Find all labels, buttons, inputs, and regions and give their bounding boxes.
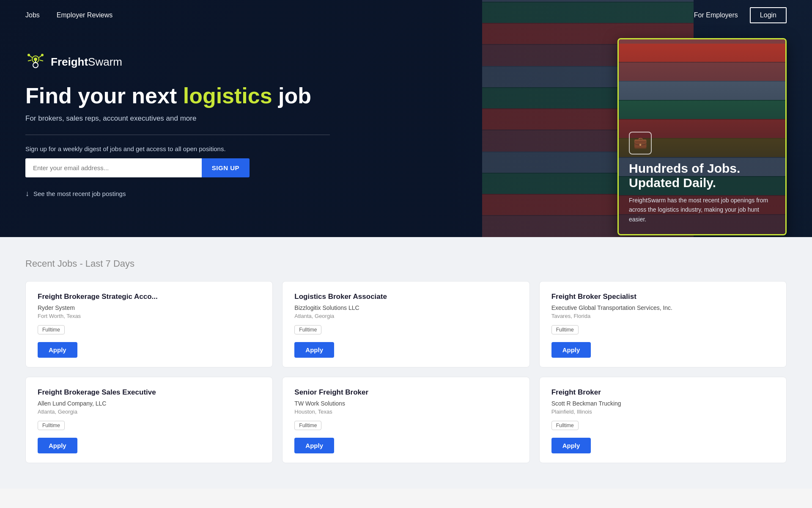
hero-headline: Find your next logistics job [25, 84, 330, 108]
job-company: Ryder System [38, 304, 261, 311]
svg-point-9 [41, 54, 44, 56]
briefcase-icon: 💼 [629, 132, 652, 155]
email-input[interactable] [25, 158, 202, 177]
hero-subheading: For brokers, sales reps, account executi… [25, 114, 330, 123]
svg-line-5 [40, 60, 43, 61]
apply-button[interactable]: Apply [294, 438, 334, 453]
job-title: Freight Broker Specialist [551, 293, 774, 301]
navbar: Jobs Employer Reviews For Employers Logi… [0, 0, 812, 30]
jobs-grid: Freight Brokerage Strategic Acco... Ryde… [25, 281, 787, 463]
apply-button[interactable]: Apply [551, 438, 591, 453]
nav-employer-reviews[interactable]: Employer Reviews [57, 11, 112, 19]
apply-button[interactable]: Apply [38, 438, 77, 453]
svg-point-6 [33, 63, 38, 68]
section-title: Recent Jobs - Last 7 Days [25, 258, 787, 269]
svg-line-4 [28, 60, 31, 61]
job-company: Allen Lund Company, LLC [38, 400, 261, 407]
signup-button[interactable]: SIGN UP [202, 158, 250, 177]
job-title: Senior Freight Broker [294, 388, 517, 397]
card-body: FreightSwarm has the most recent job ope… [629, 196, 775, 224]
job-title: Freight Brokerage Sales Executive [38, 388, 261, 397]
job-card: Logistics Broker Associate Bizzlogitix S… [282, 281, 529, 367]
svg-point-1 [34, 58, 37, 61]
job-location: Atlanta, Georgia [38, 409, 261, 415]
job-company: TW Work Solutions [294, 400, 517, 407]
job-location: Houston, Texas [294, 409, 517, 415]
apply-button[interactable]: Apply [294, 342, 334, 358]
job-location: Fort Worth, Texas [38, 313, 261, 319]
hero-content: FreightSwarm Find your next logistics jo… [25, 52, 330, 198]
arrow-down-icon: ↓ [25, 189, 29, 198]
see-jobs-label: See the most recent job postings [33, 190, 126, 197]
card-content: 💼 Hundreds of Jobs. Updated Daily. Freig… [619, 121, 785, 234]
job-card: Freight Brokerage Sales Executive Allen … [25, 377, 273, 463]
job-card: Freight Broker Scott R Beckman Trucking … [539, 377, 787, 463]
apply-button[interactable]: Apply [38, 342, 77, 358]
nav-jobs[interactable]: Jobs [25, 11, 40, 19]
job-type-badge: Fulltime [551, 325, 579, 334]
job-type-badge: Fulltime [294, 325, 321, 334]
logo-light: Swarm [88, 55, 122, 68]
headline-prefix: Find your next [25, 83, 183, 108]
nav-links: Jobs Employer Reviews [25, 11, 694, 19]
apply-button[interactable]: Apply [551, 342, 591, 358]
logo-text: FreightSwarm [51, 55, 122, 69]
logo-icon [25, 52, 46, 72]
job-type-badge: Fulltime [38, 325, 65, 334]
card-image: 💼 Hundreds of Jobs. Updated Daily. Freig… [619, 39, 785, 234]
logo-bold: Freight [51, 55, 88, 68]
job-company: Executive Global Transportation Services… [551, 304, 774, 311]
job-type-badge: Fulltime [551, 421, 579, 430]
job-type-badge: Fulltime [294, 421, 321, 430]
job-type-badge: Fulltime [38, 421, 65, 430]
headline-highlight: logistics [183, 83, 272, 108]
card-headline: Hundreds of Jobs. Updated Daily. [629, 161, 775, 190]
for-employers-link[interactable]: For Employers [694, 11, 738, 19]
hero-section: FreightSwarm Find your next logistics jo… [0, 0, 812, 237]
headline-suffix: job [272, 83, 311, 108]
job-card: Senior Freight Broker TW Work Solutions … [282, 377, 529, 463]
job-title: Freight Broker [551, 388, 774, 397]
svg-point-8 [27, 54, 30, 56]
job-card: Freight Broker Specialist Executive Glob… [539, 281, 787, 367]
job-card: Freight Brokerage Strategic Acco... Ryde… [25, 281, 273, 367]
hero-divider [25, 135, 330, 135]
email-form: SIGN UP [25, 158, 250, 177]
login-button[interactable]: Login [750, 7, 787, 23]
jobs-section: Recent Jobs - Last 7 Days Freight Broker… [0, 237, 812, 489]
job-company: Bizzlogitix Solutions LLC [294, 304, 517, 311]
job-title: Logistics Broker Associate [294, 293, 517, 301]
hero-card: 💼 Hundreds of Jobs. Updated Daily. Freig… [617, 38, 787, 235]
job-company: Scott R Beckman Trucking [551, 400, 774, 407]
job-title: Freight Brokerage Strategic Acco... [38, 293, 261, 301]
job-location: Tavares, Florida [551, 313, 774, 319]
signup-prompt: Sign up for a weekly digest of jobs and … [25, 145, 330, 152]
logo-area: FreightSwarm [25, 52, 330, 72]
see-jobs-link[interactable]: ↓ See the most recent job postings [25, 189, 330, 198]
nav-right: For Employers Login [694, 7, 787, 23]
job-location: Atlanta, Georgia [294, 313, 517, 319]
job-location: Plainfield, Illinois [551, 409, 774, 415]
